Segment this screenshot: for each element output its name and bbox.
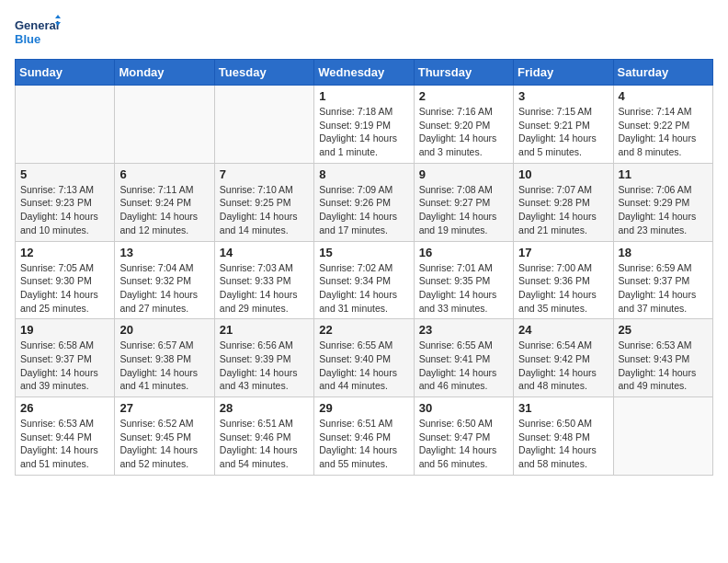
day-number: 21 <box>220 323 309 337</box>
day-info: Sunrise: 7:10 AMSunset: 9:25 PMDaylight:… <box>220 183 309 237</box>
day-cell: 23Sunrise: 6:55 AMSunset: 9:41 PMDayligh… <box>414 319 513 397</box>
day-info: Sunrise: 7:02 AMSunset: 9:34 PMDaylight:… <box>319 261 408 316</box>
day-cell: 31Sunrise: 6:50 AMSunset: 9:48 PMDayligh… <box>514 397 613 476</box>
day-info: Sunrise: 6:55 AMSunset: 9:40 PMDaylight:… <box>319 339 408 393</box>
day-cell: 5Sunrise: 7:13 AMSunset: 9:23 PMDaylight… <box>16 163 115 241</box>
day-info: Sunrise: 6:58 AMSunset: 9:37 PMDaylight:… <box>20 339 109 393</box>
day-cell: 25Sunrise: 6:53 AMSunset: 9:43 PMDayligh… <box>613 319 712 397</box>
day-number: 30 <box>419 401 508 415</box>
day-number: 31 <box>518 401 608 415</box>
day-number: 4 <box>619 89 708 103</box>
day-cell: 6Sunrise: 7:11 AMSunset: 9:24 PMDaylight… <box>115 163 214 241</box>
day-info: Sunrise: 6:56 AMSunset: 9:39 PMDaylight:… <box>220 339 309 393</box>
svg-text:General: General <box>15 18 59 32</box>
day-cell: 29Sunrise: 6:51 AMSunset: 9:46 PMDayligh… <box>314 397 414 476</box>
week-row-5: 26Sunrise: 6:53 AMSunset: 9:44 PMDayligh… <box>16 397 713 476</box>
day-cell: 8Sunrise: 7:09 AMSunset: 9:26 PMDaylight… <box>314 163 414 241</box>
day-info: Sunrise: 7:04 AMSunset: 9:32 PMDaylight:… <box>119 261 209 316</box>
day-cell <box>115 86 214 164</box>
day-info: Sunrise: 6:57 AMSunset: 9:38 PMDaylight:… <box>119 339 209 393</box>
day-info: Sunrise: 7:13 AMSunset: 9:23 PMDaylight:… <box>20 183 109 237</box>
day-cell: 3Sunrise: 7:15 AMSunset: 9:21 PMDaylight… <box>514 86 613 164</box>
day-number: 22 <box>319 323 408 337</box>
day-info: Sunrise: 7:01 AMSunset: 9:35 PMDaylight:… <box>419 261 508 316</box>
svg-marker-2 <box>55 15 61 18</box>
day-info: Sunrise: 7:11 AMSunset: 9:24 PMDaylight:… <box>119 183 209 237</box>
header-saturday: Saturday <box>613 60 712 86</box>
day-info: Sunrise: 7:06 AMSunset: 9:29 PMDaylight:… <box>619 183 708 237</box>
day-info: Sunrise: 7:14 AMSunset: 9:22 PMDaylight:… <box>619 105 708 159</box>
header-monday: Monday <box>115 60 214 86</box>
header-wednesday: Wednesday <box>314 60 414 86</box>
day-number: 25 <box>619 323 708 337</box>
week-row-3: 12Sunrise: 7:05 AMSunset: 9:30 PMDayligh… <box>16 241 713 319</box>
svg-text:Blue: Blue <box>15 32 40 46</box>
day-cell: 20Sunrise: 6:57 AMSunset: 9:38 PMDayligh… <box>115 319 214 397</box>
day-number: 27 <box>119 401 209 415</box>
day-cell: 12Sunrise: 7:05 AMSunset: 9:30 PMDayligh… <box>16 241 115 319</box>
day-info: Sunrise: 6:53 AMSunset: 9:44 PMDaylight:… <box>20 417 109 471</box>
day-info: Sunrise: 7:00 AMSunset: 9:36 PMDaylight:… <box>518 261 608 316</box>
day-number: 1 <box>319 89 408 103</box>
week-row-1: 1Sunrise: 7:18 AMSunset: 9:19 PMDaylight… <box>16 86 713 164</box>
day-number: 15 <box>319 246 408 259</box>
day-cell: 27Sunrise: 6:52 AMSunset: 9:45 PMDayligh… <box>115 397 214 476</box>
day-number: 17 <box>518 246 608 259</box>
day-number: 24 <box>518 323 608 337</box>
header-thursday: Thursday <box>414 60 513 86</box>
day-number: 26 <box>20 401 109 415</box>
header-sunday: Sunday <box>16 60 115 86</box>
day-cell: 1Sunrise: 7:18 AMSunset: 9:19 PMDaylight… <box>314 86 414 164</box>
day-cell: 4Sunrise: 7:14 AMSunset: 9:22 PMDaylight… <box>613 86 712 164</box>
day-cell: 26Sunrise: 6:53 AMSunset: 9:44 PMDayligh… <box>16 397 115 476</box>
logo-svg: General Blue <box>15 15 61 50</box>
day-info: Sunrise: 7:03 AMSunset: 9:33 PMDaylight:… <box>220 261 309 316</box>
day-cell: 28Sunrise: 6:51 AMSunset: 9:46 PMDayligh… <box>214 397 313 476</box>
day-number: 2 <box>419 89 508 103</box>
day-number: 10 <box>518 167 608 181</box>
day-info: Sunrise: 7:16 AMSunset: 9:20 PMDaylight:… <box>419 105 508 159</box>
day-cell: 24Sunrise: 6:54 AMSunset: 9:42 PMDayligh… <box>514 319 613 397</box>
day-info: Sunrise: 6:53 AMSunset: 9:43 PMDaylight:… <box>619 339 708 393</box>
day-cell: 2Sunrise: 7:16 AMSunset: 9:20 PMDaylight… <box>414 86 513 164</box>
day-info: Sunrise: 7:09 AMSunset: 9:26 PMDaylight:… <box>319 183 408 237</box>
day-number: 8 <box>319 167 408 181</box>
day-cell: 9Sunrise: 7:08 AMSunset: 9:27 PMDaylight… <box>414 163 513 241</box>
day-cell <box>214 86 313 164</box>
day-number: 29 <box>319 401 408 415</box>
day-number: 13 <box>119 246 209 259</box>
day-info: Sunrise: 6:52 AMSunset: 9:45 PMDaylight:… <box>119 417 209 471</box>
day-cell: 7Sunrise: 7:10 AMSunset: 9:25 PMDaylight… <box>214 163 313 241</box>
day-cell: 17Sunrise: 7:00 AMSunset: 9:36 PMDayligh… <box>514 241 613 319</box>
calendar: SundayMondayTuesdayWednesdayThursdayFrid… <box>15 59 713 476</box>
day-info: Sunrise: 7:07 AMSunset: 9:28 PMDaylight:… <box>518 183 608 237</box>
day-info: Sunrise: 6:50 AMSunset: 9:48 PMDaylight:… <box>518 417 608 471</box>
week-row-4: 19Sunrise: 6:58 AMSunset: 9:37 PMDayligh… <box>16 319 713 397</box>
header: General Blue <box>15 15 713 50</box>
day-cell: 16Sunrise: 7:01 AMSunset: 9:35 PMDayligh… <box>414 241 513 319</box>
day-info: Sunrise: 6:51 AMSunset: 9:46 PMDaylight:… <box>319 417 408 471</box>
day-number: 20 <box>119 323 209 337</box>
day-cell: 18Sunrise: 6:59 AMSunset: 9:37 PMDayligh… <box>613 241 712 319</box>
day-number: 19 <box>20 323 109 337</box>
day-number: 28 <box>220 401 309 415</box>
day-cell: 11Sunrise: 7:06 AMSunset: 9:29 PMDayligh… <box>613 163 712 241</box>
day-cell: 15Sunrise: 7:02 AMSunset: 9:34 PMDayligh… <box>314 241 414 319</box>
day-info: Sunrise: 7:08 AMSunset: 9:27 PMDaylight:… <box>419 183 508 237</box>
day-cell: 13Sunrise: 7:04 AMSunset: 9:32 PMDayligh… <box>115 241 214 319</box>
day-cell: 22Sunrise: 6:55 AMSunset: 9:40 PMDayligh… <box>314 319 414 397</box>
day-number: 16 <box>419 246 508 259</box>
day-number: 23 <box>419 323 508 337</box>
day-info: Sunrise: 6:51 AMSunset: 9:46 PMDaylight:… <box>220 417 309 471</box>
day-number: 3 <box>518 89 608 103</box>
day-info: Sunrise: 7:18 AMSunset: 9:19 PMDaylight:… <box>319 105 408 159</box>
day-number: 9 <box>419 167 508 181</box>
day-info: Sunrise: 6:55 AMSunset: 9:41 PMDaylight:… <box>419 339 508 393</box>
day-info: Sunrise: 7:15 AMSunset: 9:21 PMDaylight:… <box>518 105 608 159</box>
day-number: 7 <box>220 167 309 181</box>
day-cell: 14Sunrise: 7:03 AMSunset: 9:33 PMDayligh… <box>214 241 313 319</box>
days-header-row: SundayMondayTuesdayWednesdayThursdayFrid… <box>16 60 713 86</box>
day-number: 5 <box>20 167 109 181</box>
day-info: Sunrise: 7:05 AMSunset: 9:30 PMDaylight:… <box>20 261 109 316</box>
day-number: 12 <box>20 246 109 259</box>
